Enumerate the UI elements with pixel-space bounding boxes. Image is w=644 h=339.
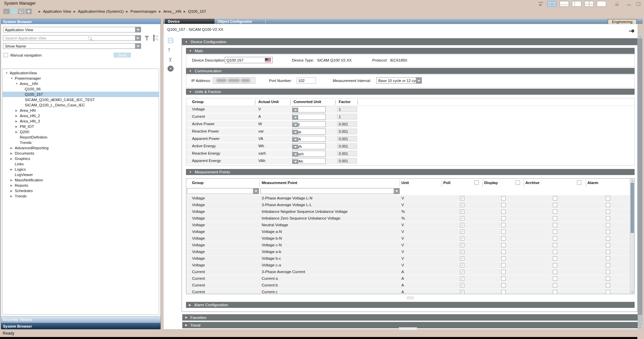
alarm-checkbox[interactable] [606, 216, 610, 221]
poll-checkbox[interactable] [460, 290, 464, 294]
tree-item-powermanager[interactable]: ▼Powermanager [3, 76, 159, 81]
converted-unit-dropdown[interactable]: kWh [292, 143, 326, 149]
tree-item-q200[interactable]: ▶Q200 [3, 129, 159, 135]
tree-item-trends[interactable]: Trends [3, 140, 159, 145]
layout-single-icon[interactable] [597, 1, 606, 7]
save-icon[interactable] [168, 38, 173, 43]
archive-checkbox[interactable] [553, 216, 557, 221]
measurement-points-section-header[interactable]: ▼ Measurement Points [186, 169, 635, 175]
chevron-down-icon[interactable] [293, 145, 298, 149]
chevron-down-icon[interactable] [293, 130, 298, 135]
measurement-point-row[interactable]: Voltage3-Phase Average Voltage L-NV [186, 195, 630, 202]
chevron-down-icon[interactable] [293, 159, 298, 164]
alarm-checkbox[interactable] [606, 196, 610, 200]
expander-open-icon[interactable]: ▼ [15, 82, 20, 85]
display-checkbox[interactable] [501, 243, 506, 247]
tree-item-advancedreporting[interactable]: ▶AdvancedReporting [3, 145, 159, 151]
alarm-checkbox[interactable] [606, 256, 610, 261]
poll-checkbox[interactable] [460, 223, 464, 227]
display-checkbox[interactable] [501, 196, 506, 200]
archive-checkbox[interactable] [553, 223, 557, 227]
engineering-button[interactable]: Engineering [608, 19, 637, 24]
alarm-checkbox[interactable] [606, 243, 610, 247]
display-checkbox[interactable] [501, 236, 506, 241]
tree-item-area__hn[interactable]: ▼Area__HN [3, 81, 159, 86]
display-checkbox[interactable] [501, 256, 506, 261]
alarm-checkbox[interactable] [606, 236, 610, 241]
breadcrumb-item[interactable]: Application View [43, 9, 71, 13]
archive-checkbox[interactable] [553, 243, 557, 247]
tree-item-q100_157[interactable]: Q100_157 [3, 92, 159, 97]
expander-closed-icon[interactable]: ▶ [10, 168, 15, 171]
pin-icon[interactable] [629, 29, 634, 32]
favorites-button[interactable]: ★ [25, 9, 32, 14]
ip-address-input[interactable] [213, 77, 255, 84]
expander-closed-icon[interactable]: ▶ [10, 195, 15, 198]
display-checkbox[interactable] [501, 230, 506, 234]
expander-closed-icon[interactable]: ▶ [15, 125, 20, 128]
measurement-point-row[interactable]: VoltageImbalance Zero Sequence Unbalance… [186, 215, 630, 222]
measurement-interval-dropdown[interactable]: Base 10 cycle or 12 cycle [376, 77, 422, 84]
breadcrumb-item[interactable]: Powermanager [130, 9, 156, 13]
forward-button[interactable]: → [11, 9, 17, 14]
measurement-point-row[interactable]: VoltageVoltage a-bV [186, 249, 630, 255]
tab-object-configurator[interactable]: Object Configurator [214, 19, 265, 24]
alarm-checkbox[interactable] [606, 230, 610, 234]
tree-item-massnotification[interactable]: ▶MassNotification [3, 177, 159, 183]
favorites-section-header[interactable]: ▶ Favorites [182, 314, 638, 321]
expander-closed-icon[interactable]: ▶ [10, 184, 15, 187]
converted-unit-dropdown[interactable]: A [292, 114, 326, 120]
restore-icon[interactable] [636, 2, 641, 6]
tree-item-trends[interactable]: ▶Trends [3, 193, 159, 199]
converted-unit-dropdown[interactable]: V [292, 106, 326, 112]
converted-unit-dropdown[interactable]: kW [292, 121, 326, 127]
expander-closed-icon[interactable]: ▶ [15, 109, 20, 112]
poll-checkbox[interactable] [460, 276, 464, 281]
recently-viewed-bar[interactable]: Recently Viewed [1, 316, 160, 323]
port-number-input[interactable]: 102 [297, 77, 316, 84]
chevron-down-icon[interactable] [293, 122, 298, 127]
show-name-dropdown[interactable]: Show Name [3, 43, 141, 49]
communication-section-header[interactable]: ▼ Communication [186, 68, 635, 74]
poll-checkbox[interactable] [460, 263, 464, 267]
measurement-point-row[interactable]: VoltageNeutral VoltageV [186, 222, 630, 229]
measurement-point-row[interactable]: CurrentCurrent cA [186, 289, 630, 294]
cut-icon[interactable]: ✂ [167, 57, 174, 62]
converted-unit-dropdown[interactable]: kVA [292, 136, 326, 142]
display-all-checkbox[interactable] [516, 180, 520, 185]
poll-checkbox[interactable] [460, 283, 464, 287]
poll-checkbox[interactable] [460, 216, 464, 221]
display-checkbox[interactable] [501, 290, 506, 294]
layout-quad-icon[interactable] [584, 1, 594, 7]
layout-columns-icon[interactable] [572, 1, 581, 7]
tree-item-area_hn[interactable]: ▶Area_HN [3, 108, 159, 113]
alarm-checkbox[interactable] [606, 276, 610, 281]
breadcrumb-item[interactable]: ApplicationView (System1) [78, 9, 124, 13]
back-button[interactable]: ← [3, 9, 10, 14]
alarm-checkbox[interactable] [606, 223, 610, 227]
expander-closed-icon[interactable]: ▶ [10, 157, 15, 160]
poll-checkbox[interactable] [460, 209, 464, 214]
chevron-down-icon[interactable] [293, 108, 298, 112]
archive-checkbox[interactable] [553, 256, 557, 261]
poll-checkbox[interactable] [460, 203, 464, 207]
tree-item-schedules[interactable]: ▶Schedules [3, 188, 159, 193]
archive-checkbox[interactable] [553, 270, 557, 274]
expander-closed-icon[interactable]: ▶ [10, 147, 15, 150]
chevron-down-icon[interactable] [253, 188, 259, 194]
expander-open-icon[interactable]: ▼ [10, 77, 15, 80]
group-filter-dropdown[interactable] [187, 188, 259, 194]
measurement-point-row[interactable]: VoltageVoltage b-cV [186, 255, 630, 262]
archive-checkbox[interactable] [553, 250, 557, 254]
scroll-down-icon[interactable]: ▼ [630, 290, 634, 294]
display-checkbox[interactable] [501, 216, 506, 221]
archive-all-checkbox[interactable] [577, 180, 581, 185]
tree-item-reportdefinition[interactable]: ReportDefinition [3, 135, 159, 140]
minimize-icon[interactable] [627, 2, 631, 6]
point-filter-dropdown[interactable] [260, 188, 400, 194]
scrollbar-thumb[interactable] [638, 38, 642, 315]
chevron-down-icon[interactable] [394, 188, 399, 194]
alarm-checkbox[interactable] [606, 203, 610, 207]
tree-item-sicam_q100_demo_case_iec_test[interactable]: SICAM_Q100_dEMO_CASE_IEC_TEST [3, 97, 159, 102]
poll-checkbox[interactable] [460, 236, 464, 241]
